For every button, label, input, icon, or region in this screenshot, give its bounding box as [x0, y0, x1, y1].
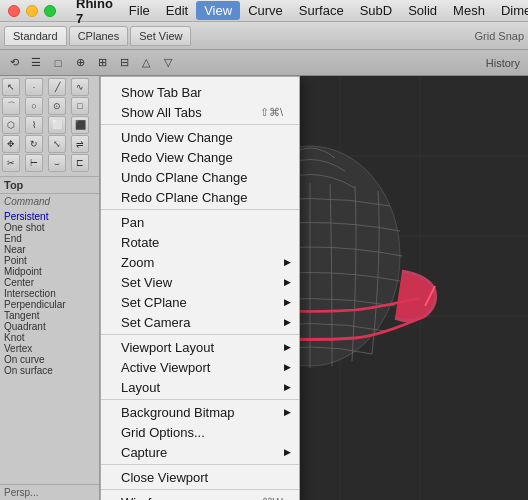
menu-redo-cplane[interactable]: Redo CPlane Change — [101, 187, 299, 207]
one-shot-item[interactable]: One shot — [4, 222, 95, 233]
tool-rect[interactable]: □ — [71, 97, 89, 115]
intersection-item[interactable]: Intersection — [4, 288, 95, 299]
toolbar-icon-6[interactable]: ⊟ — [114, 54, 134, 72]
on-curve-item[interactable]: On curve — [4, 354, 95, 365]
menu-section-grid: Background Bitmap Grid Options... Captur… — [101, 400, 299, 465]
tool-offset[interactable]: ⊏ — [71, 154, 89, 172]
tool-arc[interactable]: ⌒ — [2, 97, 20, 115]
tool-extrude[interactable]: ⬛ — [71, 116, 89, 134]
tab-cplanes[interactable]: CPlanes — [69, 26, 129, 46]
persistent-item[interactable]: Persistent — [4, 211, 95, 222]
menu-solid[interactable]: Solid — [400, 1, 445, 20]
menu-grid-options[interactable]: Grid Options... — [101, 422, 299, 442]
close-button[interactable] — [8, 5, 20, 17]
toolbar-icon-8[interactable]: ▽ — [158, 54, 178, 72]
tool-ellipse[interactable]: ⊙ — [48, 97, 66, 115]
toolbar-icon-7[interactable]: △ — [136, 54, 156, 72]
menu-show-all-tabs[interactable]: Show All Tabs ⇧⌘\ — [101, 102, 299, 122]
menu-curve[interactable]: Curve — [240, 1, 291, 20]
menu-undo-view[interactable]: Undo View Change — [101, 127, 299, 147]
tool-rotate[interactable]: ↻ — [25, 135, 43, 153]
menu-surface[interactable]: Surface — [291, 1, 352, 20]
menu-wireframe[interactable]: Wireframe ⌘W — [101, 492, 299, 500]
tool-move[interactable]: ✥ — [2, 135, 20, 153]
knot-item[interactable]: Knot — [4, 332, 95, 343]
menu-undo-cplane[interactable]: Undo CPlane Change — [101, 167, 299, 187]
menu-capture[interactable]: Capture — [101, 442, 299, 462]
left-sidebar: ↖ · ╱ ∿ ⌒ ○ ⊙ □ ⬡ ⌇ ⬜ ⬛ ✥ ↻ ⤡ ⇌ ✂ ⊢ ⌣ ⊏ … — [0, 76, 100, 500]
menu-section-tabs: Show Tab Bar Show All Tabs ⇧⌘\ — [101, 80, 299, 125]
menu-pan[interactable]: Pan — [101, 212, 299, 232]
minimize-button[interactable] — [26, 5, 38, 17]
tool-scale[interactable]: ⤡ — [48, 135, 66, 153]
viewport-top-label: Top — [0, 176, 99, 193]
maximize-button[interactable] — [44, 5, 56, 17]
menu-active-viewport[interactable]: Active Viewport — [101, 357, 299, 377]
point-item[interactable]: Point — [4, 255, 95, 266]
tangent-item[interactable]: Tangent — [4, 310, 95, 321]
tool-trim[interactable]: ✂ — [2, 154, 20, 172]
view-dropdown-menu: Show Tab Bar Show All Tabs ⇧⌘\ Undo View… — [100, 76, 300, 500]
near-item[interactable]: Near — [4, 244, 95, 255]
command-area: Command — [0, 193, 99, 209]
menu-layout[interactable]: Layout — [101, 377, 299, 397]
toolbar-icon-5[interactable]: ⊞ — [92, 54, 112, 72]
menu-background-bitmap[interactable]: Background Bitmap — [101, 402, 299, 422]
menu-close-viewport[interactable]: Close Viewport — [101, 467, 299, 487]
menu-edit[interactable]: Edit — [158, 1, 196, 20]
menu-view[interactable]: View — [196, 1, 240, 20]
tool-extend[interactable]: ⊢ — [25, 154, 43, 172]
menu-show-tab-bar[interactable]: Show Tab Bar — [101, 82, 299, 102]
grid-snap-label: Grid Snap — [474, 30, 524, 42]
second-toolbar: ⟲ ☰ □ ⊕ ⊞ ⊟ △ ▽ History — [0, 50, 528, 76]
traffic-lights — [8, 5, 56, 17]
menu-section-close: Close Viewport — [101, 465, 299, 490]
menu-redo-view[interactable]: Redo View Change — [101, 147, 299, 167]
toolbar-icon-4[interactable]: ⊕ — [70, 54, 90, 72]
tool-curve[interactable]: ∿ — [71, 78, 89, 96]
tool-polygon[interactable]: ⬡ — [2, 116, 20, 134]
menu-viewport-layout[interactable]: Viewport Layout — [101, 337, 299, 357]
toolbar-icon-3[interactable]: □ — [48, 54, 68, 72]
center-item[interactable]: Center — [4, 277, 95, 288]
menu-section-display: Wireframe ⌘W Shaded ⌘S Rendered ^⌘R Ghos… — [101, 490, 299, 500]
osnap-list: Persistent One shot End Near Point Midpo… — [0, 209, 99, 484]
menu-set-view[interactable]: Set View — [101, 272, 299, 292]
menu-bar: Rhino 7 File Edit View Curve Surface Sub… — [0, 0, 528, 22]
menu-section-layout: Viewport Layout Active Viewport Layout — [101, 335, 299, 400]
toolbar-icon-1[interactable]: ⟲ — [4, 54, 24, 72]
command-label: Command — [4, 196, 95, 207]
tab-standard[interactable]: Standard — [4, 26, 67, 46]
menu-set-cplane[interactable]: Set CPlane — [101, 292, 299, 312]
perpendicular-item[interactable]: Perpendicular — [4, 299, 95, 310]
menu-set-camera[interactable]: Set Camera — [101, 312, 299, 332]
menu-mesh[interactable]: Mesh — [445, 1, 493, 20]
toolbar-icon-2[interactable]: ☰ — [26, 54, 46, 72]
menu-items: Rhino 7 File Edit View Curve Surface Sub… — [64, 0, 528, 28]
quadrant-item[interactable]: Quadrant — [4, 321, 95, 332]
viewport-area: Front Layouts... Show Tab Bar Show All T… — [100, 76, 528, 500]
tool-point[interactable]: · — [25, 78, 43, 96]
history-label: History — [486, 57, 520, 69]
menu-section-navigate: Pan Rotate Zoom Set View Set CPlane Set … — [101, 210, 299, 335]
app-name[interactable]: Rhino 7 — [68, 0, 121, 28]
midpoint-item[interactable]: Midpoint — [4, 266, 95, 277]
menu-rotate[interactable]: Rotate — [101, 232, 299, 252]
tool-mirror[interactable]: ⇌ — [71, 135, 89, 153]
tool-freeform[interactable]: ⌇ — [25, 116, 43, 134]
tool-surface[interactable]: ⬜ — [48, 116, 66, 134]
menu-file[interactable]: File — [121, 1, 158, 20]
tool-fillet[interactable]: ⌣ — [48, 154, 66, 172]
end-item[interactable]: End — [4, 233, 95, 244]
menu-dimension[interactable]: Dimension — [493, 1, 528, 20]
menu-zoom[interactable]: Zoom — [101, 252, 299, 272]
tool-line[interactable]: ╱ — [48, 78, 66, 96]
tab-set-views[interactable]: Set View — [130, 26, 191, 46]
on-surface-item[interactable]: On surface — [4, 365, 95, 376]
tool-circle[interactable]: ○ — [25, 97, 43, 115]
tool-select[interactable]: ↖ — [2, 78, 20, 96]
vertex-item[interactable]: Vertex — [4, 343, 95, 354]
tool-grid: ↖ · ╱ ∿ ⌒ ○ ⊙ □ ⬡ ⌇ ⬜ ⬛ ✥ ↻ ⤡ ⇌ ✂ ⊢ ⌣ ⊏ — [0, 76, 99, 174]
menu-subd[interactable]: SubD — [352, 1, 401, 20]
viewport-bottom-label: Persp... — [0, 484, 99, 500]
